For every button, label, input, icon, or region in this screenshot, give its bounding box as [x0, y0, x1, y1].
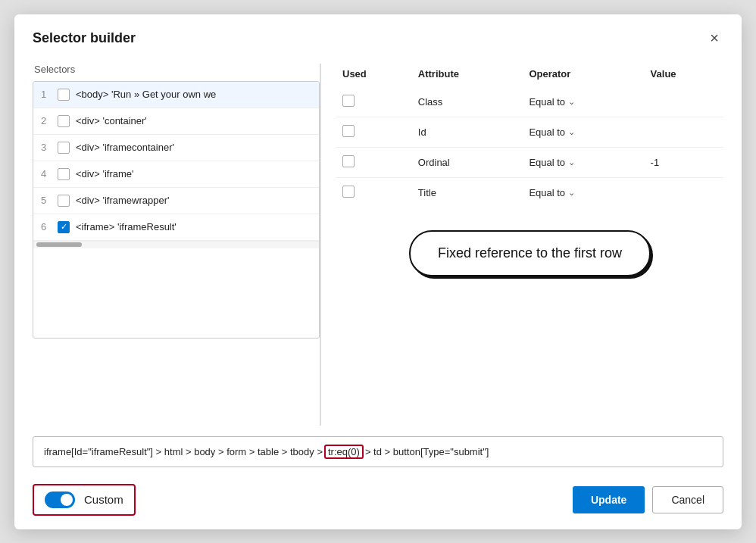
- attr-row-ordinal: Ordinal Equal to ⌄ -1: [336, 147, 723, 177]
- footer-left: Custom: [33, 484, 136, 516]
- attr-checkbox-id[interactable]: [342, 125, 355, 137]
- toggle-knob: [61, 494, 73, 506]
- custom-label: Custom: [84, 493, 123, 506]
- operator-class[interactable]: Equal to ⌄: [529, 96, 638, 108]
- selector-row-1[interactable]: 1 <body> 'Run » Get your own we: [33, 82, 319, 108]
- attr-checkbox-title[interactable]: [342, 186, 355, 198]
- selector-scrollbar[interactable]: [33, 241, 319, 248]
- selector-row-2[interactable]: 2 <div> 'container': [33, 108, 319, 135]
- attr-name-title: Title: [412, 177, 523, 208]
- operator-id[interactable]: Equal to ⌄: [529, 126, 638, 138]
- attributes-table: Used Attribute Operator Value Class Equa…: [336, 64, 723, 208]
- selector-string-after: > td > button[Type="submit"]: [365, 446, 489, 457]
- custom-toggle[interactable]: [45, 492, 75, 508]
- selector-text-2: <div> 'container': [76, 115, 147, 126]
- callout-box: Fixed reference to the first row: [409, 230, 651, 276]
- selectors-list: 1 <body> 'Run » Get your own we 2 <div> …: [33, 81, 320, 339]
- selector-row-6[interactable]: 6 <iframe> 'iframeResult': [33, 214, 319, 241]
- selector-text-6: <iframe> 'iframeResult': [76, 221, 177, 232]
- selector-checkbox-6[interactable]: [58, 221, 70, 233]
- selector-row-5[interactable]: 5 <div> 'iframewrapper': [33, 188, 319, 214]
- attr-checkbox-class[interactable]: [342, 95, 355, 107]
- col-attribute: Attribute: [412, 64, 523, 87]
- attr-row-id: Id Equal to ⌄: [336, 117, 723, 147]
- selector-string-highlight: tr:eq(0): [324, 445, 364, 459]
- dialog-body: Selectors 1 <body> 'Run » Get your own w…: [14, 56, 742, 426]
- attr-checkbox-ordinal[interactable]: [342, 155, 355, 167]
- row-number: 4: [41, 168, 52, 179]
- selector-builder-dialog: Selector builder × Selectors 1 <body> 'R…: [14, 14, 742, 529]
- col-operator: Operator: [523, 64, 644, 87]
- col-used: Used: [336, 64, 412, 87]
- selectors-panel: Selectors 1 <body> 'Run » Get your own w…: [33, 64, 320, 426]
- attr-value-class: [645, 87, 723, 117]
- attr-name-ordinal: Ordinal: [412, 147, 523, 177]
- selectors-panel-label: Selectors: [33, 64, 320, 75]
- selector-checkbox-1[interactable]: [58, 89, 70, 101]
- update-button[interactable]: Update: [573, 486, 645, 513]
- row-number: 5: [41, 195, 52, 206]
- selector-string-area: iframe[Id="iframeResult"] > html > body …: [33, 436, 723, 467]
- cancel-button[interactable]: Cancel: [652, 486, 723, 513]
- row-number: 6: [41, 221, 52, 232]
- attr-name-id: Id: [412, 117, 523, 147]
- attr-row-class: Class Equal to ⌄: [336, 87, 723, 117]
- col-value: Value: [645, 64, 723, 87]
- selector-text-1: <body> 'Run » Get your own we: [76, 89, 216, 100]
- operator-title[interactable]: Equal to ⌄: [529, 187, 638, 198]
- attr-value-title: [645, 177, 723, 208]
- selector-row-3[interactable]: 3 <div> 'iframecontainer': [33, 135, 319, 161]
- operator-ordinal[interactable]: Equal to ⌄: [529, 157, 638, 168]
- callout-area: Fixed reference to the first row: [336, 215, 723, 426]
- attr-value-id: [645, 117, 723, 147]
- selector-checkbox-4[interactable]: [58, 168, 70, 180]
- footer-right: Update Cancel: [573, 486, 723, 513]
- attr-value-ordinal: -1: [645, 147, 723, 177]
- row-number: 3: [41, 142, 52, 153]
- attr-row-title: Title Equal to ⌄: [336, 177, 723, 208]
- dialog-header: Selector builder ×: [14, 14, 742, 56]
- selector-checkbox-5[interactable]: [58, 195, 70, 207]
- selector-checkbox-2[interactable]: [58, 115, 70, 127]
- selector-text-4: <div> 'iframe': [76, 168, 134, 179]
- attributes-panel: Used Attribute Operator Value Class Equa…: [321, 64, 723, 426]
- close-button[interactable]: ×: [705, 28, 723, 48]
- selector-string-before: iframe[Id="iframeResult"] > html > body …: [44, 446, 323, 457]
- selector-text-5: <div> 'iframewrapper': [76, 195, 169, 206]
- row-number: 2: [41, 115, 52, 126]
- selector-row-4[interactable]: 4 <div> 'iframe': [33, 161, 319, 188]
- dialog-title: Selector builder: [33, 30, 136, 46]
- row-number: 1: [41, 89, 52, 100]
- selector-checkbox-3[interactable]: [58, 142, 70, 154]
- selector-text-3: <div> 'iframecontainer': [76, 142, 174, 153]
- attr-name-class: Class: [412, 87, 523, 117]
- scrollbar-thumb: [36, 242, 82, 247]
- dialog-footer: Custom Update Cancel: [14, 475, 742, 529]
